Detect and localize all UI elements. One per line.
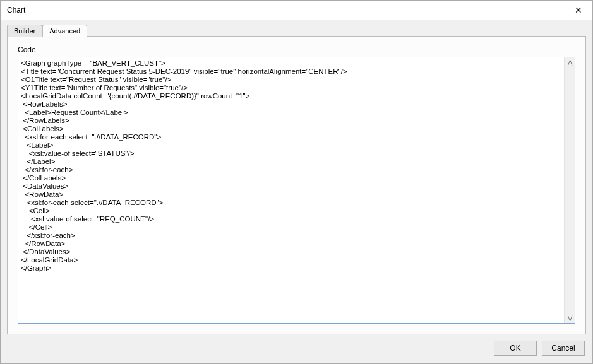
code-label: Code xyxy=(18,45,575,54)
chart-dialog: Chart ✕ Builder Advanced Code ⋀ ⋁ OK Can… xyxy=(0,0,593,364)
vertical-scrollbar[interactable]: ⋀ ⋁ xyxy=(564,57,575,323)
dialog-footer: OK Cancel xyxy=(1,334,592,363)
cancel-button[interactable]: Cancel xyxy=(542,341,585,356)
code-field-wrap: ⋀ ⋁ xyxy=(18,57,575,324)
code-textarea[interactable] xyxy=(18,57,564,323)
advanced-panel: Code ⋀ ⋁ xyxy=(7,36,586,334)
tab-advanced[interactable]: Advanced xyxy=(42,25,87,37)
scroll-down-icon[interactable]: ⋁ xyxy=(568,313,572,323)
dialog-content: Builder Advanced Code ⋀ ⋁ xyxy=(1,20,592,334)
titlebar: Chart ✕ xyxy=(1,1,592,20)
close-button[interactable]: ✕ xyxy=(568,3,589,17)
ok-button[interactable]: OK xyxy=(494,341,537,356)
window-title: Chart xyxy=(7,6,25,15)
scroll-up-icon[interactable]: ⋀ xyxy=(568,57,572,68)
tab-strip: Builder Advanced xyxy=(7,24,586,36)
close-icon: ✕ xyxy=(575,5,582,15)
tab-builder[interactable]: Builder xyxy=(7,25,42,37)
